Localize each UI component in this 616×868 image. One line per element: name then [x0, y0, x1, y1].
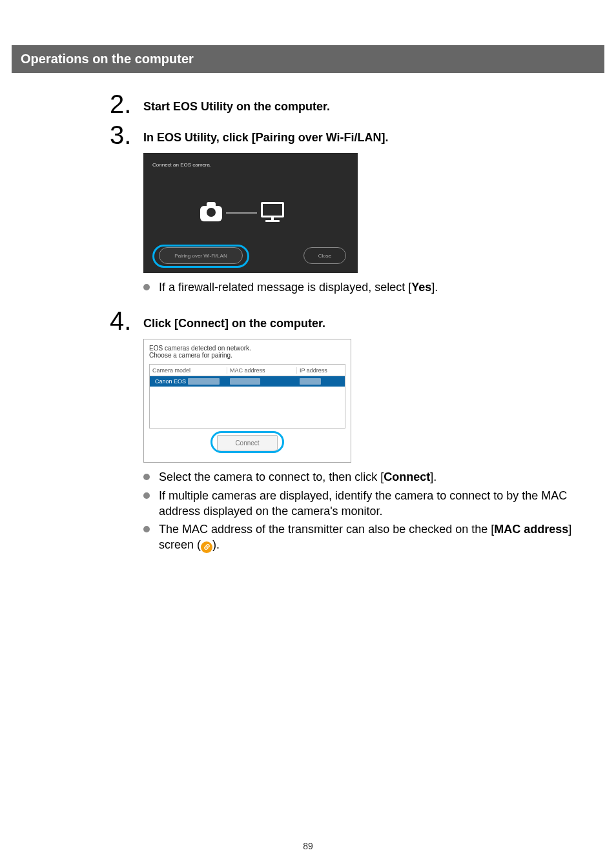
pairing-button-highlight: [152, 245, 249, 268]
list-item: If a firewall-related message is display…: [143, 279, 590, 295]
bullet-text: If multiple cameras are displayed, ident…: [159, 488, 590, 520]
list-item: If multiple cameras are displayed, ident…: [143, 488, 590, 520]
bullet-icon: [143, 474, 150, 480]
cell-ip: xxxxxx: [297, 378, 321, 385]
step-2-number: 2.: [110, 91, 143, 117]
text-fragment: ).: [212, 538, 220, 551]
text-fragment: If a firewall-related message is display…: [159, 281, 411, 294]
step-3-bullets: If a firewall-related message is display…: [143, 279, 590, 295]
step-4-body: EOS cameras detected on network. Choose …: [143, 339, 590, 553]
text-fragment: Select the camera to connect to, then cl…: [159, 470, 384, 483]
step-2: 2. Start EOS Utility on the computer.: [110, 91, 590, 117]
bullet-text: Select the camera to connect to, then cl…: [159, 469, 590, 485]
connect-button-area: Connect: [149, 435, 345, 457]
table-row[interactable]: Canon EOS xxx xxxxxx xxxxxxxxx xxxxxx: [150, 376, 345, 387]
list-item: Select the camera to connect to, then cl…: [143, 469, 590, 485]
monitor-icon: [261, 202, 284, 223]
bullet-icon: [143, 284, 150, 290]
list-item: The MAC address of the transmitter can a…: [143, 521, 590, 553]
step-4-number: 4.: [110, 308, 143, 334]
table-header: Camera model MAC address IP address: [150, 365, 345, 376]
text-bold: Connect: [384, 470, 430, 483]
section-header: Operations on the computer: [12, 45, 604, 73]
step-4-bullets: Select the camera to connect to, then cl…: [143, 469, 590, 553]
cell-mac: xxxxxxxxx: [227, 378, 297, 385]
col-camera-model: Camera model: [150, 367, 227, 374]
content-area: 2. Start EOS Utility on the computer. 3.…: [110, 91, 590, 553]
bullet-icon: [143, 526, 150, 532]
col-mac-address: MAC address: [227, 367, 297, 374]
page-number: 89: [0, 841, 616, 851]
step-2-title: Start EOS Utility on the computer.: [143, 91, 330, 114]
bullet-icon: [143, 492, 150, 499]
link-icon[interactable]: [201, 541, 212, 553]
eos-utility-screenshot: Connect an EOS camera. Pairing over Wi-F…: [143, 153, 358, 273]
close-button[interactable]: Close: [303, 247, 346, 264]
pairing-dialog-screenshot: EOS cameras detected on network. Choose …: [143, 339, 351, 463]
bullet-text: If a firewall-related message is display…: [159, 279, 590, 295]
text-fragment: ].: [431, 281, 438, 294]
cell-model: Canon EOS xxx xxxxxx: [150, 378, 227, 385]
text-fragment: The MAC address of the transmitter can a…: [159, 523, 494, 536]
col-ip-address: IP address: [297, 367, 327, 374]
connect-button-highlight: [210, 431, 284, 453]
text-fragment: ].: [430, 470, 436, 483]
step-4-title: Click [Connect] on the computer.: [143, 308, 325, 330]
step-3-number: 3.: [110, 122, 143, 148]
eos-window-title: Connect an EOS camera.: [152, 162, 211, 168]
step-3-title: In EOS Utility, click [Pairing over Wi-F…: [143, 122, 389, 145]
dialog-text-line1: EOS cameras detected on network.: [149, 345, 345, 352]
text-bold: Yes: [411, 281, 431, 294]
bullet-text: The MAC address of the transmitter can a…: [159, 521, 590, 553]
dialog-text-line2: Choose a camera for pairing.: [149, 352, 345, 359]
camera-table: Camera model MAC address IP address Cano…: [149, 364, 345, 429]
connection-line-icon: [226, 212, 257, 214]
step-3: 3. In EOS Utility, click [Pairing over W…: [110, 122, 590, 148]
text-bold: MAC address: [494, 523, 568, 536]
step-4: 4. Click [Connect] on the computer.: [110, 308, 590, 334]
step-3-body: Connect an EOS camera. Pairing over Wi-F…: [143, 153, 590, 295]
camera-icon: [200, 203, 222, 221]
